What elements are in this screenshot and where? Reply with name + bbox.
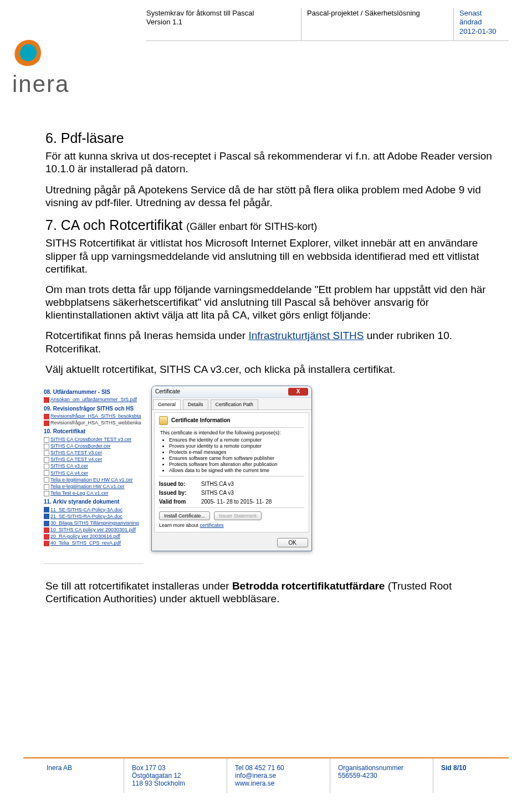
sidebar-h-09: 09. Revisionsfrågor SITHS och HS bbox=[44, 405, 144, 413]
cert-icon bbox=[44, 444, 49, 449]
footer-address: Box 177 03 Östgötagatan 12 118 93 Stockh… bbox=[124, 758, 227, 793]
sidebar-divider bbox=[44, 563, 144, 564]
section-6-heading: 6. Pdf-läsare bbox=[45, 130, 509, 147]
cert-divider bbox=[159, 507, 304, 508]
section-7-heading: 7. CA och Rotcertifikat (Gäller enbart f… bbox=[45, 217, 509, 234]
sidebar-h-08: 08. Utfärdarnummer - SIS bbox=[44, 388, 144, 396]
certificate-badge-icon bbox=[159, 416, 168, 425]
sidebar-link[interactable]: SITHS CA v3.cer bbox=[44, 463, 144, 469]
pdf-icon bbox=[44, 534, 49, 540]
logo-icon bbox=[12, 39, 45, 69]
pdf-icon bbox=[44, 421, 49, 426]
cert-purpose-item: Protects software from alteration after … bbox=[169, 462, 303, 468]
cert-button-row: Install Certificate... Issuer Statement bbox=[159, 511, 304, 520]
sidebar-link[interactable]: 11_SE-SITHS-CA-Policy-3A.doc bbox=[44, 506, 144, 513]
sidebar-link[interactable]: SITHS CA TEST v3.cer bbox=[44, 449, 144, 456]
doc-icon bbox=[44, 521, 49, 526]
embedded-screenshot: 08. Utfärdarnummer - SIS Ansökan_om_utfä… bbox=[44, 386, 314, 564]
tab-certpath[interactable]: Certification Path bbox=[211, 399, 259, 409]
page-footer: Inera AB Box 177 03 Östgötagatan 12 118 … bbox=[23, 757, 509, 793]
cert-learn-more: Learn more about certificates bbox=[159, 522, 304, 529]
doc-icon bbox=[44, 514, 49, 519]
footer-company: Inera AB bbox=[23, 758, 124, 793]
sidebar-link[interactable]: 30_Bilaga SITHS Tillämpningsanvisning bbox=[44, 520, 144, 526]
section-7-p2: Om man trots detta får upp följande varn… bbox=[45, 283, 509, 322]
header-col-2: Pascal-projektet / Säkerhetslösning bbox=[301, 8, 454, 41]
pdf-icon bbox=[44, 541, 49, 546]
certificate-purpose-box: This certificate is intended for the fol… bbox=[159, 427, 304, 476]
document-body: 6. Pdf-läsare För att kunna skriva ut do… bbox=[45, 130, 509, 605]
link-learn-certificates[interactable]: certificates bbox=[200, 522, 224, 528]
cert-purpose-item: Proves your identity to a remote compute… bbox=[169, 443, 303, 449]
cert-icon bbox=[44, 470, 49, 476]
cert-purpose-item: Protects e-mail messages bbox=[169, 449, 303, 455]
sidebar-link[interactable]: 21_SE-SITHS-RA-Policy-3A.doc bbox=[44, 513, 144, 520]
trailer-paragraph: Se till att rotcertifikatet installeras … bbox=[45, 580, 509, 605]
page-header: Systemkrav för åtkomst till Pascal Versi… bbox=[23, 8, 509, 41]
section-6-p2: Utredning pågår på Apotekens Service då … bbox=[45, 183, 509, 209]
section-7-heading-main: 7. CA och Rotcertifikat bbox=[45, 217, 186, 233]
section-6-p1: För att kunna skriva ut dos-receptet i P… bbox=[45, 150, 509, 175]
footer-contact: Tel 08 452 71 60 info@inera.se www.inera… bbox=[227, 758, 330, 793]
cert-icon bbox=[44, 477, 49, 483]
sidebar-link[interactable]: 40_Telia_SITHS_CPS_revA.pdf bbox=[44, 540, 144, 546]
cert-icon bbox=[44, 484, 49, 490]
sidebar-link[interactable]: 20_RA-policy ver 20030616.pdf bbox=[44, 533, 144, 540]
pdf-icon bbox=[44, 527, 49, 533]
ok-button[interactable]: OK bbox=[277, 538, 308, 547]
logo: inera bbox=[12, 39, 69, 98]
trailer-bold: Betrodda rotcertifikatutfärdare bbox=[232, 580, 385, 592]
cert-icon bbox=[44, 450, 49, 456]
logo-text: inera bbox=[12, 71, 69, 98]
webpage-sidebar: 08. Utfärdarnummer - SIS Ansökan_om_utfä… bbox=[44, 386, 144, 564]
header-project: Pascal-projektet / Säkerhetslösning bbox=[307, 9, 420, 17]
sidebar-link[interactable]: SITHS CA CrossBorder.cer bbox=[44, 443, 144, 449]
header-modified-date: 2012-01-30 bbox=[459, 27, 497, 35]
sidebar-h-10: 10. Rotcertifikat bbox=[44, 428, 144, 435]
cert-purpose-item: Ensures the identity of a remote compute… bbox=[169, 437, 303, 443]
sidebar-link[interactable]: Ansökan_om_utfärdarnummer_SIS.pdf bbox=[44, 396, 144, 403]
install-certificate-button[interactable]: Install Certificate... bbox=[159, 511, 210, 520]
header-modified-label: Senast ändrad bbox=[459, 9, 482, 26]
cert-icon bbox=[44, 464, 49, 469]
sidebar-link[interactable]: Telia e-legitimation EU HW CA v1.cer bbox=[44, 476, 144, 483]
sidebar-link[interactable]: Revisionsfrågor_HSA_SITHS_webbenka bbox=[44, 419, 144, 426]
certificate-intended-label: This certificate is intended for the fol… bbox=[160, 430, 303, 436]
sidebar-link[interactable]: Telia e-legitimation HW CA v1.cer bbox=[44, 483, 144, 490]
sidebar-link[interactable]: SITHS CA TEST v4.cer bbox=[44, 456, 144, 463]
cert-issued-by: Issued by:SITHS CA v3 bbox=[159, 490, 304, 496]
certificate-dialog: Certificate X General Details Certificat… bbox=[151, 386, 312, 551]
section-7-p1: SITHS Rotcertifikat är vitlistat hos Mic… bbox=[45, 237, 509, 275]
cert-icon bbox=[44, 457, 49, 463]
link-infrastrukturtjanst-siths[interactable]: Infrastrukturtjänst SITHS bbox=[248, 330, 364, 341]
section-7-p3-pre: Rotcertifikat finns på Ineras hemsida un… bbox=[45, 330, 248, 341]
cert-icon bbox=[44, 491, 49, 496]
sidebar-link[interactable]: Telia Test e-Leg CA v1.cer bbox=[44, 490, 144, 496]
sidebar-link[interactable]: Revisionsfrågor_HSA_SITHS_besöksbta bbox=[44, 413, 144, 419]
section-7-heading-sub: (Gäller enbart för SITHS-kort) bbox=[186, 221, 317, 232]
tab-general[interactable]: General bbox=[153, 399, 181, 409]
sidebar-link[interactable]: 10_SITHS CA policy ver 20030301.pdf bbox=[44, 526, 144, 533]
sidebar-link[interactable]: SITHS CA CrossBorder TEST v3.cer bbox=[44, 436, 144, 443]
cert-valid: Valid from2005- 11- 28 to 2015- 11- 28 bbox=[159, 499, 304, 505]
footer-page: Sid 8/10 bbox=[433, 758, 509, 793]
footer-org: Organisationsnummer 556559-4230 bbox=[330, 758, 433, 793]
header-col-1: Systemkrav för åtkomst till Pascal Versi… bbox=[146, 8, 301, 41]
section-7-p4: Välj aktuellt rotcertifikat, SITHS CA v3… bbox=[45, 363, 509, 376]
certificate-title: Certificate bbox=[155, 388, 180, 395]
certificate-titlebar: Certificate X bbox=[152, 386, 311, 398]
sidebar-link[interactable]: SITHS CA v4.cer bbox=[44, 470, 144, 476]
certificate-body: Certificate Information This certificate… bbox=[154, 412, 309, 532]
doc-icon bbox=[44, 507, 49, 512]
cert-ok-row: OK bbox=[152, 535, 311, 551]
pdf-icon bbox=[44, 397, 49, 403]
section-7-p3: Rotcertifikat finns på Ineras hemsida un… bbox=[45, 329, 509, 355]
close-icon[interactable]: X bbox=[288, 388, 308, 396]
cert-icon bbox=[44, 437, 49, 443]
cert-issued-to: Issued to:SITHS CA v3 bbox=[159, 481, 304, 488]
header-version: Version 1.1 bbox=[146, 18, 182, 26]
sidebar-h-11: 11. Arkiv styrande dokument bbox=[44, 498, 144, 506]
issuer-statement-button[interactable]: Issuer Statement bbox=[214, 511, 262, 520]
tab-details[interactable]: Details bbox=[183, 399, 208, 409]
pdf-icon bbox=[44, 414, 49, 419]
